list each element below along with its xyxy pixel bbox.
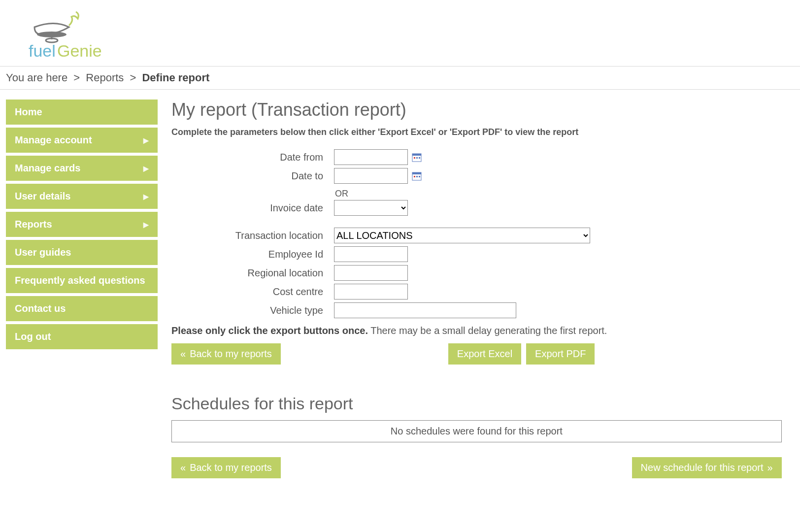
- sidebar: Home Manage account ▶ Manage cards ▶ Use…: [6, 100, 158, 352]
- chevron-left-double-icon: «: [180, 462, 186, 473]
- sidebar-item-faq[interactable]: Frequently asked questions: [6, 268, 158, 293]
- vehicle-type-input[interactable]: [334, 302, 516, 318]
- label-cost-centre: Cost centre: [171, 286, 334, 298]
- main-content: My report (Transaction report) Complete …: [171, 100, 794, 478]
- sidebar-item-label: Contact us: [15, 303, 66, 314]
- brand-logo: fuel Genie: [15, 10, 113, 61]
- button-label: New schedule for this report: [641, 462, 764, 473]
- chevron-left-double-icon: «: [180, 348, 186, 360]
- breadcrumb-prefix: You are here: [6, 71, 67, 84]
- sidebar-item-manage-cards[interactable]: Manage cards ▶: [6, 156, 158, 181]
- sidebar-item-label: Reports: [15, 219, 52, 230]
- date-from-input[interactable]: [334, 149, 408, 165]
- employee-id-input[interactable]: [334, 246, 408, 262]
- breadcrumb: You are here > Reports > Define report: [0, 66, 800, 90]
- svg-rect-11: [419, 176, 420, 177]
- transaction-location-select[interactable]: ALL LOCATIONS: [334, 228, 590, 243]
- svg-rect-8: [412, 172, 421, 174]
- sidebar-item-label: Manage cards: [15, 163, 80, 174]
- export-pdf-button[interactable]: Export PDF: [526, 343, 595, 365]
- breadcrumb-current: Define report: [142, 71, 209, 84]
- label-transaction-location: Transaction location: [171, 230, 334, 241]
- label-date-to: Date to: [171, 170, 334, 182]
- brand-text-2: Genie: [57, 41, 102, 59]
- button-label: Export PDF: [535, 348, 586, 360]
- svg-rect-3: [412, 154, 421, 156]
- export-note: Please only click the export buttons onc…: [171, 325, 794, 336]
- chevron-right-double-icon: »: [767, 462, 773, 473]
- header: fuel Genie: [0, 0, 800, 66]
- date-to-input[interactable]: [334, 168, 408, 184]
- back-to-reports-button[interactable]: « Back to my reports: [171, 343, 281, 365]
- sidebar-item-user-details[interactable]: User details ▶: [6, 184, 158, 209]
- button-label: Back to my reports: [190, 462, 272, 473]
- svg-rect-10: [416, 176, 418, 177]
- sidebar-item-manage-account[interactable]: Manage account ▶: [6, 128, 158, 153]
- button-label: Back to my reports: [190, 348, 272, 360]
- new-schedule-button[interactable]: New schedule for this report »: [632, 457, 782, 478]
- sidebar-item-label: Manage account: [15, 134, 92, 146]
- label-invoice-date: Invoice date: [171, 202, 334, 214]
- label-vehicle-type: Vehicle type: [171, 305, 334, 316]
- export-note-bold: Please only click the export buttons onc…: [171, 325, 368, 336]
- label-regional-location: Regional location: [171, 267, 334, 279]
- button-label: Export Excel: [457, 348, 512, 360]
- svg-rect-5: [416, 157, 418, 159]
- sidebar-item-user-guides[interactable]: User guides: [6, 240, 158, 265]
- chevron-right-icon: ▶: [143, 165, 149, 172]
- chevron-right-icon: ▶: [143, 193, 149, 200]
- brand-text-1: fuel: [29, 41, 56, 59]
- calendar-icon[interactable]: [412, 171, 422, 181]
- sidebar-item-reports[interactable]: Reports ▶: [6, 212, 158, 237]
- sidebar-item-log-out[interactable]: Log out: [6, 324, 158, 349]
- breadcrumb-item-reports[interactable]: Reports: [86, 71, 124, 84]
- export-excel-button[interactable]: Export Excel: [448, 343, 521, 365]
- label-date-from: Date from: [171, 152, 334, 163]
- sidebar-item-label: Home: [15, 106, 42, 118]
- sidebar-item-label: User details: [15, 191, 70, 202]
- schedules-title: Schedules for this report: [171, 394, 794, 413]
- export-note-rest: There may be a small delay generating th…: [368, 325, 607, 336]
- chevron-right-icon: ▶: [143, 221, 149, 229]
- sidebar-item-home[interactable]: Home: [6, 100, 158, 125]
- svg-rect-6: [419, 157, 420, 159]
- invoice-date-select[interactable]: [334, 200, 408, 216]
- schedules-empty-message: No schedules were found for this report: [171, 420, 782, 442]
- page-title: My report (Transaction report): [171, 100, 794, 120]
- page-instructions: Complete the parameters below then click…: [171, 127, 794, 137]
- svg-rect-4: [414, 157, 415, 159]
- sidebar-item-label: User guides: [15, 247, 71, 258]
- or-divider-text: OR: [334, 187, 794, 200]
- cost-centre-input[interactable]: [334, 284, 408, 299]
- chevron-right-icon: ▶: [143, 136, 149, 144]
- sidebar-item-label: Log out: [15, 331, 51, 342]
- label-employee-id: Employee Id: [171, 249, 334, 260]
- svg-rect-9: [414, 176, 415, 177]
- sidebar-item-contact-us[interactable]: Contact us: [6, 296, 158, 321]
- calendar-icon[interactable]: [412, 152, 422, 162]
- regional-location-input[interactable]: [334, 265, 408, 281]
- back-to-reports-button-bottom[interactable]: « Back to my reports: [171, 457, 281, 478]
- sidebar-item-label: Frequently asked questions: [15, 275, 145, 286]
